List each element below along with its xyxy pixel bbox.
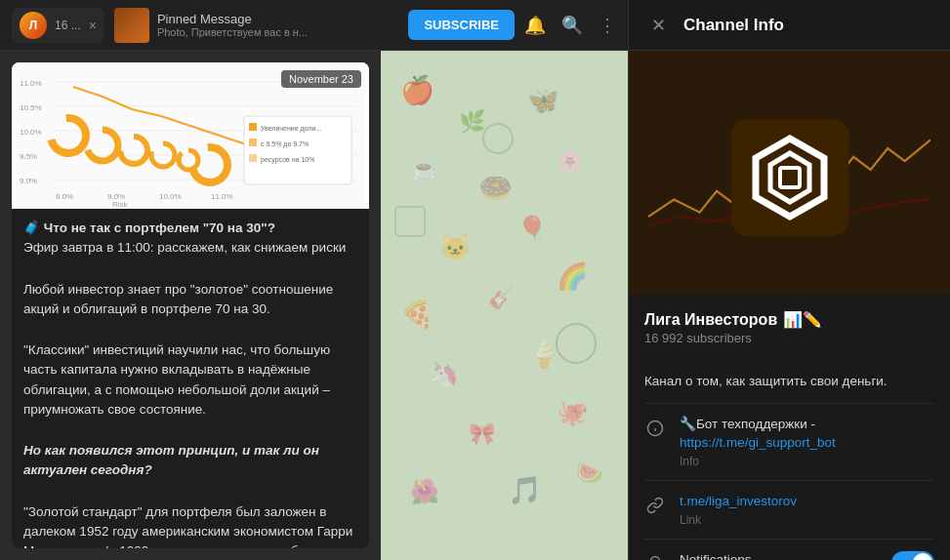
channel-avatar-background <box>648 80 930 275</box>
toggle-knob <box>913 553 932 560</box>
close-button[interactable]: ✕ <box>644 12 672 39</box>
svg-text:🌺: 🌺 <box>410 477 439 505</box>
svg-text:8.0%: 8.0% <box>56 192 73 201</box>
notifications-icon <box>644 553 666 560</box>
info-panel-title: Channel Info <box>683 16 784 35</box>
more-options-icon[interactable]: ⋮ <box>599 15 616 36</box>
svg-text:🌿: 🌿 <box>459 108 486 135</box>
svg-text:🌸: 🌸 <box>557 147 584 174</box>
svg-rect-15 <box>249 139 257 146</box>
svg-text:Risk: Risk <box>112 200 129 209</box>
link-icon <box>644 495 666 516</box>
message-card: Увеличение доли... с 9.5% до 9.7% ресурс… <box>12 62 369 548</box>
svg-text:🎸: 🎸 <box>488 284 516 310</box>
wallpaper-doodles: 🍎 🌿 🦋 ☕ 🍩 🌸 🐱 🎈 🍕 🎸 🌈 🦄 🍦 🎀 🐙 🌺 🎵 🍉 <box>381 51 628 560</box>
svg-text:🎵: 🎵 <box>508 474 542 506</box>
notifications-toggle-area <box>891 551 934 560</box>
message-para4: "Золотой стандарт" для портфеля был зало… <box>23 502 357 549</box>
link-sub: Link <box>680 513 934 527</box>
svg-text:☕: ☕ <box>410 155 439 183</box>
svg-text:🦄: 🦄 <box>430 360 459 388</box>
svg-text:🍉: 🍉 <box>576 460 603 486</box>
message-para3: Но как появился этот принцип, и так ли о… <box>23 441 357 481</box>
wallpaper-panel: 🍎 🌿 🦋 ☕ 🍩 🌸 🐱 🎈 🍕 🎸 🌈 🦄 🍦 🎀 🐙 🌺 🎵 🍉 <box>381 51 628 560</box>
svg-text:10.5%: 10.5% <box>20 103 42 112</box>
info-header: ✕ Channel Info <box>629 0 950 51</box>
description-text: Канал о том, как защитить свои деньги. <box>644 373 934 391</box>
svg-rect-48 <box>395 207 425 236</box>
bot-item: 🔧Бот техподдержки - https://t.me/gi_supp… <box>629 404 950 480</box>
channel-link[interactable]: t.me/liga_investorov <box>680 494 797 508</box>
svg-point-47 <box>557 324 596 363</box>
svg-text:🎀: 🎀 <box>469 420 496 447</box>
tab-counter: 16 ... <box>55 19 81 32</box>
svg-point-49 <box>483 124 513 153</box>
tab-close-icon[interactable]: × <box>89 18 97 33</box>
svg-text:🍩: 🍩 <box>478 172 513 204</box>
pinned-info: Pinned Message Photo, Приветствуем вас в… <box>157 12 308 38</box>
svg-text:🦋: 🦋 <box>527 85 559 116</box>
top-action-icons: 🔔 🔍 ⋮ <box>524 15 616 36</box>
svg-text:с 9.5% до 9.7%: с 9.5% до 9.7% <box>261 140 309 148</box>
link-item: t.me/liga_investorov Link <box>629 481 950 539</box>
chart-image: Увеличение доли... с 9.5% до 9.7% ресурс… <box>12 62 369 209</box>
svg-text:10.0%: 10.0% <box>20 128 42 137</box>
svg-text:11.0%: 11.0% <box>211 192 233 201</box>
messages-panel: Увеличение доли... с 9.5% до 9.7% ресурс… <box>0 51 381 560</box>
channel-name: Лига Инвесторов 📊✏️ <box>644 310 934 329</box>
search-icon[interactable]: 🔍 <box>561 15 583 36</box>
pinned-thumbnail <box>114 8 149 43</box>
bot-link[interactable]: https://t.me/gi_support_bot <box>680 435 836 450</box>
message-content: 🧳 Что не так с портфелем "70 на 30"? Эфи… <box>12 209 369 548</box>
channel-info-panel: ✕ Channel Info <box>628 0 950 560</box>
notifications-label: Notifications <box>680 551 878 560</box>
description-content: Канал о том, как защитить свои деньги. <box>644 373 934 391</box>
notifications-toggle[interactable] <box>891 551 934 560</box>
message-subtitle: Эфир завтра в 11:00: расскажем, как сниж… <box>23 238 357 258</box>
svg-rect-17 <box>249 154 257 162</box>
link-content: t.me/liga_investorov Link <box>680 493 934 527</box>
svg-text:🌈: 🌈 <box>557 260 589 292</box>
svg-rect-51 <box>780 168 800 187</box>
pinned-message-area[interactable]: Pinned Message Photo, Приветствуем вас в… <box>114 8 399 43</box>
bot-label: 🔧Бот техподдержки - https://t.me/gi_supp… <box>680 416 934 453</box>
svg-text:9.5%: 9.5% <box>20 152 37 161</box>
pinned-label: Pinned Message <box>157 12 308 26</box>
notifications-content: Notifications <box>680 551 878 560</box>
svg-text:ресурсов на 10%: ресурсов на 10% <box>261 156 314 164</box>
channel-name-section: Лига Инвесторов 📊✏️ 16 992 subscribers <box>629 295 950 353</box>
svg-text:🍎: 🍎 <box>400 74 434 106</box>
mute-icon[interactable]: 🔔 <box>524 15 546 36</box>
bot-sub: Info <box>680 455 934 468</box>
svg-text:🐱: 🐱 <box>439 231 472 262</box>
channel-subscribers: 16 992 subscribers <box>644 331 934 345</box>
svg-text:🎈: 🎈 <box>517 214 547 242</box>
channel-avatar-small: Л <box>20 12 47 39</box>
channel-logo <box>731 119 848 236</box>
description-item: Канал о том, как защитить свои деньги. <box>629 361 950 403</box>
info-items: Канал о том, как защитить свои деньги. 🔧… <box>629 353 950 560</box>
subscribe-button[interactable]: SUBSCRIBE <box>408 10 515 40</box>
pinned-subtitle: Photo, Приветствуем вас в н... <box>157 26 308 38</box>
channel-logo-svg <box>746 134 834 221</box>
svg-rect-13 <box>249 123 257 131</box>
svg-text:🐙: 🐙 <box>557 397 589 428</box>
channel-tab[interactable]: Л 16 ... × <box>12 8 104 43</box>
channel-emoji: 📊✏️ <box>783 310 822 329</box>
message-para2: "Классики" инвестиций научили нас, что б… <box>23 340 357 420</box>
svg-text:10.0%: 10.0% <box>159 192 182 201</box>
channel-avatar-section <box>629 51 950 295</box>
message-para1: Любой инвестор знает про "золотое" соотн… <box>23 280 357 320</box>
svg-text:🍕: 🍕 <box>400 299 434 331</box>
info-icon <box>644 418 666 439</box>
svg-text:Увеличение доли...: Увеличение доли... <box>261 125 321 133</box>
message-title: 🧳 Что не так с портфелем "70 на 30"? <box>23 219 357 238</box>
notifications-item: Notifications <box>629 540 950 560</box>
date-badge: November 23 <box>281 70 361 88</box>
svg-text:11.0%: 11.0% <box>20 79 42 88</box>
link-url: t.me/liga_investorov <box>680 493 934 511</box>
svg-text:9.0%: 9.0% <box>20 177 37 185</box>
chat-area: Увеличение доли... с 9.5% до 9.7% ресурс… <box>0 51 628 560</box>
bot-content: 🔧Бот техподдержки - https://t.me/gi_supp… <box>680 416 934 468</box>
top-bar: Л 16 ... × Pinned Message Photo, Приветс… <box>0 0 628 51</box>
